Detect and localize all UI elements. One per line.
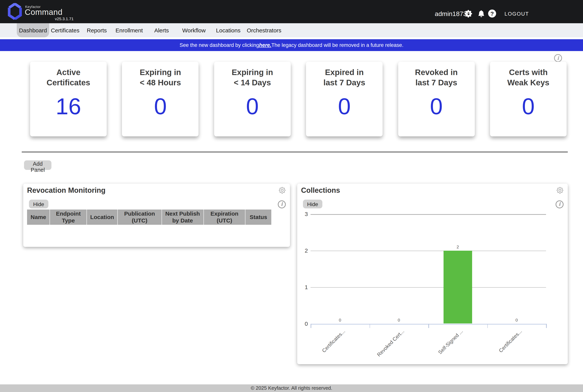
- chart-category-label: Certificates...: [481, 328, 523, 370]
- chart-y-tick-label: 1: [297, 284, 308, 290]
- page: Keyfactor Command v25.3.1.71 admin18736 …: [0, 0, 583, 392]
- chart-value-label: 2: [446, 244, 469, 249]
- chart-y-tick-label: 0: [297, 320, 308, 327]
- nav-tab-dashboard[interactable]: Dashboard: [17, 23, 49, 37]
- stat-card-title: Certs withWeak Keys: [490, 68, 566, 88]
- stat-card-value: 0: [398, 95, 474, 118]
- stat-card: Expiring in< 14 Days0: [214, 62, 291, 136]
- stat-card: Revoked inlast 7 Days0: [398, 62, 474, 136]
- copyright-text: © 2025 Keyfactor. All rights reserved.: [251, 385, 332, 391]
- collections-bar-chart: 01230Certificates...0Revoked Cert...2Sel…: [297, 184, 568, 364]
- add-panel-button[interactable]: Add Panel: [24, 160, 52, 170]
- stat-card-title-line1: Active: [30, 68, 107, 78]
- revocation-table-header-row: NameEndpoint TypeLocationPublication (UT…: [27, 210, 271, 225]
- stat-card: Certs withWeak Keys0: [490, 62, 566, 136]
- revocation-column-header: Status: [246, 210, 271, 225]
- chart-axis-tick: [546, 324, 546, 328]
- chart-y-tick-label: 2: [297, 247, 308, 254]
- stat-card-title-line1: Expiring in: [214, 68, 291, 78]
- revocation-column-header: Expiration (UTC): [204, 210, 246, 225]
- banner-here-link[interactable]: here.: [259, 42, 272, 48]
- chart-y-tick-label: 3: [297, 211, 308, 217]
- nav-tab-locations[interactable]: Locations: [211, 23, 246, 37]
- nav-tab-reports[interactable]: Reports: [81, 23, 112, 37]
- revocation-column-header: Endpoint Type: [50, 210, 87, 225]
- chart-gridline: [310, 287, 546, 288]
- stat-card-value: 0: [122, 95, 199, 118]
- revocation-column-header: Location: [87, 210, 118, 225]
- stat-card-title-line2: last 7 Days: [306, 78, 382, 88]
- banner-text-after: The legacy dashboard will be removed in …: [271, 42, 403, 48]
- chart-value-label: 0: [505, 318, 528, 322]
- settings-gear-icon[interactable]: [464, 10, 472, 18]
- page-footer: © 2025 Keyfactor. All rights reserved.: [0, 384, 583, 392]
- stat-card-title-line2: last 7 Days: [398, 78, 474, 88]
- stat-card-title-line1: Revoked in: [398, 68, 474, 78]
- stat-card-value: 0: [490, 95, 566, 118]
- app-header: Keyfactor Command v25.3.1.71 admin18736 …: [0, 0, 583, 23]
- revocation-panel-title: Revocation Monitoring: [27, 186, 106, 195]
- stat-card-title-line1: Certs with: [490, 68, 566, 78]
- notifications-bell-icon[interactable]: [478, 10, 485, 17]
- main-nav: DashboardCertificatesReportsEnrollmentAl…: [0, 23, 583, 37]
- chart-axis-tick: [487, 324, 488, 328]
- stat-card-title-line2: Weak Keys: [490, 78, 566, 88]
- section-divider: [22, 152, 568, 152]
- stat-card-title: Expiring in< 14 Days: [214, 68, 291, 88]
- chart-value-label: 0: [329, 318, 352, 322]
- stat-card-title: Revoked inlast 7 Days: [398, 68, 474, 88]
- logout-button[interactable]: LOGOUT: [504, 11, 529, 17]
- nav-tab-certificates[interactable]: Certificates: [49, 23, 81, 37]
- keyfactor-logo[interactable]: Keyfactor Command v25.3.1.71: [8, 3, 72, 22]
- chart-category-label: Self-Signed ...: [422, 328, 464, 370]
- chart-category-label: Revoked Cert...: [364, 328, 405, 370]
- version-label: v25.3.1.71: [55, 16, 74, 21]
- chart-gridline: [310, 214, 546, 215]
- chart-bar: [444, 251, 472, 324]
- revocation-column-header: Publication (UTC): [118, 210, 162, 225]
- stat-card-title-line1: Expired in: [306, 68, 382, 78]
- stat-cards-row: ActiveCertificates16Expiring in< 48 Hour…: [30, 62, 566, 136]
- keyfactor-logo-icon: [8, 3, 22, 20]
- stat-card-title-line2: Certificates: [30, 78, 107, 88]
- stat-card-value: 0: [306, 95, 382, 118]
- stat-card-title: Expiring in< 48 Hours: [122, 68, 199, 88]
- banner-text-before: See the new dashboard by clicking: [180, 42, 259, 48]
- stat-card: ActiveCertificates16: [30, 62, 107, 136]
- stat-card: Expiring in< 48 Hours0: [122, 62, 199, 136]
- announcement-banner: See the new dashboard by clicking here. …: [0, 39, 583, 51]
- revocation-column-header: Next Publish by Date: [162, 210, 204, 225]
- chart-gridline: [310, 251, 546, 251]
- stat-card-value: 0: [214, 95, 291, 118]
- revocation-monitoring-panel: Revocation Monitoring Hide i NameEndpoin…: [23, 184, 290, 247]
- collections-panel: Collections Hide i 01230Certificates...0…: [297, 184, 568, 364]
- revocation-table: NameEndpoint TypeLocationPublication (UT…: [27, 210, 271, 225]
- stat-card-title-line2: < 14 Days: [214, 78, 291, 88]
- revocation-gear-icon[interactable]: [279, 187, 286, 194]
- revocation-column-header: Name: [27, 210, 50, 225]
- chart-category-label: Certificates...: [305, 328, 346, 370]
- stat-card-value: 16: [30, 95, 107, 118]
- stat-card-title: ActiveCertificates: [30, 68, 107, 88]
- stat-card-title: Expired inlast 7 Days: [306, 68, 382, 88]
- brand-command: Command: [25, 8, 62, 17]
- revocation-hide-button[interactable]: Hide: [29, 200, 48, 208]
- nav-tab-workflow[interactable]: Workflow: [177, 23, 211, 37]
- help-icon[interactable]: ?: [488, 10, 496, 18]
- stat-card-title-line1: Expiring in: [122, 68, 199, 78]
- revocation-info-icon[interactable]: i: [278, 200, 286, 208]
- stat-card-title-line2: < 48 Hours: [122, 78, 199, 88]
- nav-tab-alerts[interactable]: Alerts: [146, 23, 177, 37]
- chart-axis-tick: [310, 324, 311, 328]
- chart-axis-tick: [428, 324, 429, 328]
- dashboard-info-icon[interactable]: i: [554, 54, 562, 62]
- chart-value-label: 0: [388, 318, 410, 322]
- nav-tab-enrollment[interactable]: Enrollment: [112, 23, 146, 37]
- stat-card: Expired inlast 7 Days0: [306, 62, 382, 136]
- chart-axis-tick: [370, 324, 370, 328]
- nav-tab-orchestrators[interactable]: Orchestrators: [246, 23, 282, 37]
